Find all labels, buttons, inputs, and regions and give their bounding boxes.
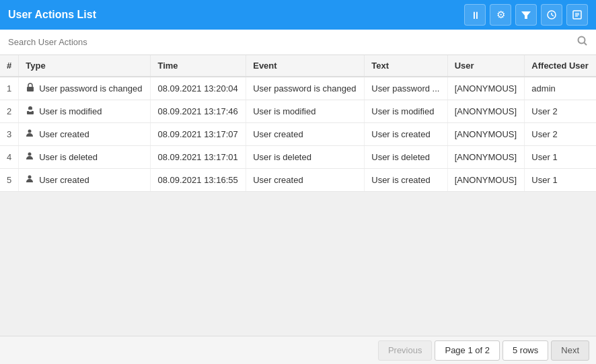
page-info: Page 1 of 2 (435, 340, 500, 361)
type-icon (26, 129, 35, 140)
row-text: User password ... (365, 77, 447, 100)
row-time: 08.09.2021 13:17:46 (151, 100, 246, 123)
row-num: 5 (0, 169, 19, 192)
search-input[interactable] (8, 37, 577, 47)
pause-icon-btn[interactable]: ⏸ (464, 4, 486, 26)
row-event: User created (246, 123, 365, 146)
svg-rect-13 (29, 110, 32, 112)
col-text: Text (365, 55, 447, 77)
main-content: # Type Time Event Text User Affected Use… (0, 30, 596, 364)
svg-point-8 (579, 37, 585, 44)
footer: Previous Page 1 of 2 5 rows Next (0, 336, 596, 364)
row-num: 3 (0, 123, 19, 146)
svg-line-9 (585, 43, 587, 46)
clock-icon-btn[interactable] (541, 4, 562, 26)
header-icon-group: ⏸ ⚙ (464, 4, 588, 26)
row-type: User created (19, 123, 151, 146)
row-time: 08.09.2021 13:20:04 (151, 77, 246, 100)
row-time: 08.09.2021 13:16:55 (151, 169, 246, 192)
row-user: [ANONYMOUS] (447, 100, 525, 123)
row-type: User is deleted (19, 146, 151, 169)
row-affected-user: User 1 (525, 169, 596, 192)
row-type: User is modified (19, 100, 151, 123)
actions-table: # Type Time Event Text User Affected Use… (0, 55, 596, 192)
table-row: 2 User is modified 08.09.2021 13:17:46 U… (0, 100, 596, 123)
row-event: User is deleted (246, 146, 365, 169)
type-label: User is deleted (39, 152, 98, 162)
row-user: [ANONYMOUS] (447, 146, 525, 169)
table-row: 1 User password is changed 08.09.2021 13… (0, 77, 596, 100)
row-num: 4 (0, 146, 19, 169)
row-num: 1 (0, 77, 19, 100)
svg-point-15 (28, 153, 32, 156)
col-event: Event (246, 55, 365, 77)
row-time: 08.09.2021 13:17:01 (151, 146, 246, 169)
row-event: User password is changed (246, 77, 365, 100)
table-wrap: # Type Time Event Text User Affected Use… (0, 55, 596, 192)
svg-line-3 (552, 15, 554, 16)
row-text: User is created (365, 169, 447, 192)
row-num: 2 (0, 100, 19, 123)
table-row: 3 User created 08.09.2021 13:17:07 User … (0, 123, 596, 146)
row-text: User is deleted (365, 146, 447, 169)
row-user: [ANONYMOUS] (447, 169, 525, 192)
rows-info: 5 rows (502, 340, 548, 361)
row-affected-user: User 1 (525, 146, 596, 169)
row-user: [ANONYMOUS] (447, 123, 525, 146)
table-row: 5 User created 08.09.2021 13:16:55 User … (0, 169, 596, 192)
svg-rect-10 (27, 87, 34, 92)
row-event: User is modified (246, 100, 365, 123)
row-text: User is created (365, 123, 447, 146)
table-header-row: # Type Time Event Text User Affected Use… (0, 55, 596, 77)
svg-marker-0 (521, 11, 531, 19)
page-title: User Actions List (8, 9, 96, 21)
row-text: User is modified (365, 100, 447, 123)
type-label: User is modified (39, 106, 102, 116)
type-label: User created (39, 175, 89, 185)
row-user: [ANONYMOUS] (447, 77, 525, 100)
type-icon (26, 83, 35, 94)
row-type: User password is changed (19, 77, 151, 100)
export-icon-btn[interactable] (566, 4, 588, 26)
type-icon (26, 151, 35, 163)
header: User Actions List ⏸ ⚙ (0, 0, 596, 30)
search-icon (577, 36, 588, 48)
row-affected-user: User 2 (525, 123, 596, 146)
type-label: User password is changed (39, 83, 142, 94)
row-event: User created (246, 169, 365, 192)
svg-point-14 (28, 130, 32, 133)
search-bar (0, 30, 596, 55)
previous-button[interactable]: Previous (378, 340, 433, 361)
col-type: Type (19, 55, 151, 77)
col-num: # (0, 55, 19, 77)
table-row: 4 User is deleted 08.09.2021 13:17:01 Us… (0, 146, 596, 169)
row-affected-user: User 2 (525, 100, 596, 123)
row-affected-user: admin (525, 77, 596, 100)
row-time: 08.09.2021 13:17:07 (151, 123, 246, 146)
type-icon (26, 174, 35, 186)
row-type: User created (19, 169, 151, 192)
type-icon (26, 106, 35, 117)
col-user: User (447, 55, 525, 77)
col-time: Time (151, 55, 246, 77)
svg-point-16 (28, 176, 32, 179)
filter-icon-btn[interactable] (515, 4, 537, 26)
gear-icon-btn[interactable]: ⚙ (490, 4, 511, 26)
next-button[interactable]: Next (551, 340, 589, 361)
col-affected-user: Affected User (525, 55, 596, 77)
type-label: User created (39, 129, 89, 139)
